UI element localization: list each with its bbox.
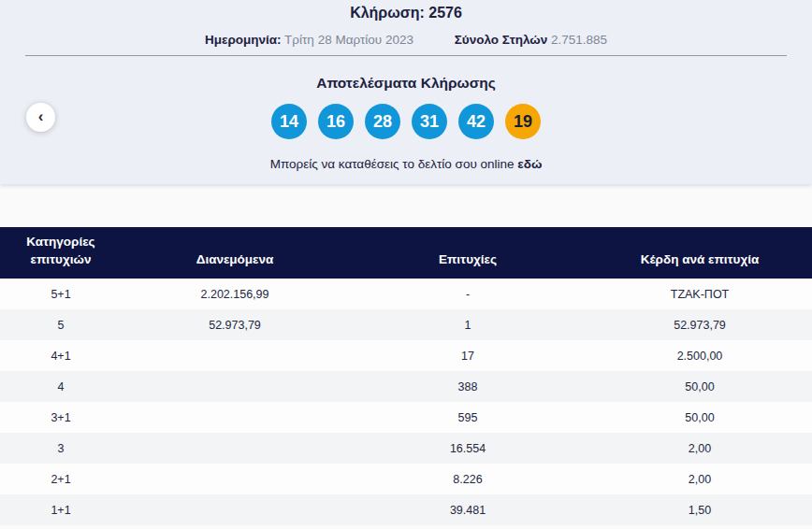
cta-link[interactable]: εδώ [517,157,542,171]
table-row: 438850,00 [0,371,812,402]
divider [25,55,787,56]
header-categories-line2: επιτυχιών [31,252,92,266]
table-cell: 5 [0,309,122,340]
table-cell: 2,00 [587,433,812,464]
draw-number-ball: 16 [318,104,354,139]
joker-number-ball: 19 [505,104,541,139]
table-cell [122,494,348,525]
table-cell: 5+1 [0,279,122,309]
table-cell: 50,00 [587,402,812,433]
table-cell: 595 [348,402,587,433]
draw-number-ball: 14 [271,104,307,139]
table-cell: 16.554 [348,433,587,464]
cta-text: Μπορείς να καταθέσεις το δελτίο σου onli… [270,157,515,171]
winnings-table: Κατηγορίες επιτυχιών Διανεμόμενα Επιτυχί… [0,227,812,525]
draw-title-label: Κλήρωση: [350,5,425,21]
table-header-row: Κατηγορίες επιτυχιών Διανεμόμενα Επιτυχί… [0,227,812,279]
table-cell [122,433,348,464]
table-cell: 388 [348,371,587,402]
previous-draw-button[interactable]: ‹ [26,103,55,132]
table-cell: 3+1 [0,402,122,433]
draw-meta: Ημερομηνία: Τρίτη 28 Μαρτίου 2023 Σύνολο… [0,33,812,47]
table-cell: 2.202.156,99 [122,279,348,309]
table-row: 316.5542,00 [0,433,812,464]
draw-number-ball: 28 [365,104,400,139]
draw-title: Κλήρωση: 2576 [0,0,812,21]
draw-date: Ημερομηνία: Τρίτη 28 Μαρτίου 2023 [205,33,413,47]
total-columns-label: Σύνολο Στηλών [455,33,547,47]
cta-line: Μπορείς να καταθέσεις το δελτίο σου onli… [0,157,812,171]
table-row: 2+18.2262,00 [0,464,812,494]
table-cell: 52.973,79 [122,309,348,340]
table-cell: 4 [0,371,122,402]
table-cell: 4+1 [0,340,122,371]
draw-date-label: Ημερομηνία: [205,33,282,47]
draw-number: 2576 [428,5,462,21]
draw-date-value: Τρίτη 28 Μαρτίου 2023 [284,33,413,47]
table-cell [122,340,348,371]
results-title: Αποτελέσματα Κλήρωσης [0,75,812,92]
table-cell: 2,00 [587,464,812,494]
table-cell: - [348,279,587,309]
table-cell: 2.500,00 [587,340,812,371]
header-winners: Επιτυχίες [348,227,587,279]
table-cell: 52.973,79 [587,309,812,340]
table-cell: 1,50 [587,494,812,525]
table-row: 552.973,79152.973,79 [0,309,812,340]
drawn-numbers: 141628314219 [0,104,812,139]
table-cell: 50,00 [587,371,812,402]
header-categories-line1: Κατηγορίες [26,235,94,249]
table-cell: 1+1 [0,494,122,525]
total-columns: Σύνολο Στηλών 2.751.885 [455,33,607,47]
table-cell [122,464,348,494]
draw-summary-card: Κλήρωση: 2576 Ημερομηνία: Τρίτη 28 Μαρτί… [0,0,812,184]
total-columns-value: 2.751.885 [551,33,607,47]
table-row: 4+1172.500,00 [0,340,812,371]
table-cell [122,402,348,433]
header-prize-per-win: Κέρδη ανά επιτυχία [587,227,812,279]
table-cell: 17 [348,340,587,371]
table-cell: 3 [0,433,122,464]
table-cell [122,371,348,402]
table-cell: ΤΖΑΚ-ΠΟΤ [587,279,812,309]
draw-number-ball: 42 [458,104,494,139]
draw-number-ball: 31 [412,104,447,139]
winnings-table-section: Κατηγορίες επιτυχιών Διανεμόμενα Επιτυχί… [0,227,812,525]
header-categories: Κατηγορίες επιτυχιών [0,227,122,279]
table-row: 1+139.4811,50 [0,494,812,525]
chevron-left-icon: ‹ [38,108,44,124]
header-distributed: Διανεμόμενα [122,227,348,279]
table-cell: 39.481 [348,494,587,525]
table-row: 5+12.202.156,99-ΤΖΑΚ-ΠΟΤ [0,279,812,309]
table-cell: 8.226 [348,464,587,494]
table-cell: 2+1 [0,464,122,494]
table-cell: 1 [348,309,587,340]
table-row: 3+159550,00 [0,402,812,433]
